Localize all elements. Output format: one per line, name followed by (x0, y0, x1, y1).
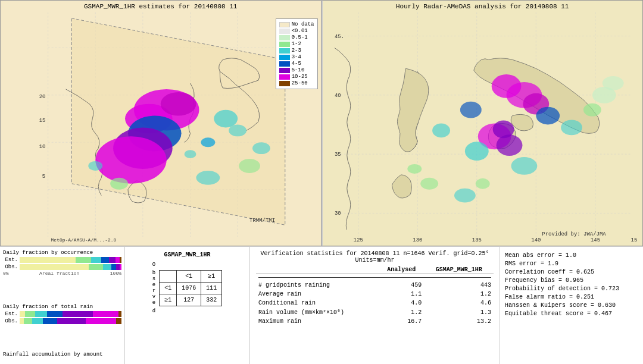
contingency-table-wrapper: O b s e r v e d <1 ≥1 (152, 262, 222, 314)
seg6 (116, 257, 120, 263)
cont-row-lt1: <1 1076 111 (160, 282, 222, 294)
verif-gsmap-4: 13.2 (424, 317, 494, 326)
totalrain-chart-section: Daily fraction of total rain Est. (3, 304, 121, 324)
verif-panel: Verification statistics for 20140808 11 … (250, 247, 500, 364)
seg1 (20, 264, 89, 270)
observed-b: b (152, 270, 155, 276)
occurrence-obs-bar (20, 264, 121, 270)
contingency-title: GSMAP_MWR_1HR (164, 252, 210, 258)
contingency-panel: GSMAP_MWR_1HR O b s e r v e d (125, 247, 250, 364)
svg-point-103 (602, 76, 623, 90)
verif-label-4: Maximum rain (256, 317, 379, 326)
svg-text:135: 135 (472, 237, 481, 243)
occurrence-bar-chart: Est. Obs. (3, 257, 121, 270)
occurrence-chart-section: Daily fraction by occurrence Est. (3, 250, 121, 276)
observed-e: e (152, 282, 155, 288)
cont-col-lt1: <1 (177, 270, 201, 282)
svg-point-71 (252, 142, 270, 154)
legend-12-color (279, 42, 290, 47)
verif-gsmap-3: 1.3 (424, 307, 494, 317)
contingency-table-container: <1 ≥1 <1 1076 111 ≥1 (159, 270, 222, 306)
verif-gsmap-1: 1.2 (424, 290, 494, 299)
seg2 (25, 311, 35, 317)
seg2 (89, 264, 103, 270)
stat-mean-abs: Mean abs error = 1.0 (505, 252, 638, 259)
svg-text:5: 5 (42, 174, 45, 180)
legend-34-label: 3-4 (292, 54, 301, 60)
legend-1025-label: 10-25 (292, 74, 308, 80)
occurrence-est-bar (20, 257, 121, 263)
main-container: GSMAP_MWR_1HR estimates for 20140808 11 (0, 0, 643, 364)
verif-col-label (256, 266, 379, 274)
legend-510-label: 5-10 (292, 67, 305, 73)
svg-point-97 (464, 142, 488, 161)
seg2 (76, 257, 91, 263)
seg1 (20, 311, 25, 317)
totalrain-bar-chart: Est. Obs. (3, 311, 121, 324)
cont-row-ge1-label: ≥1 (160, 294, 177, 306)
svg-text:30: 30 (334, 211, 341, 216)
verif-row-2: Conditional rain 4.0 4.6 (256, 299, 494, 307)
svg-point-105 (420, 178, 438, 190)
svg-text:145: 145 (590, 237, 600, 243)
occurrence-est-row: Est. (3, 257, 121, 263)
bottom-row: Daily fraction by occurrence Est. (0, 247, 643, 364)
verif-row-4: Maximum rain 16.7 13.2 (256, 317, 494, 326)
cont-val-lt1-lt1: 1076 (177, 282, 201, 294)
svg-text:140: 140 (531, 237, 541, 243)
legend-051-label: 0.5-1 (292, 34, 308, 40)
legend-45-label: 4-5 (292, 61, 301, 67)
verif-analysed-1: 1.1 (379, 290, 424, 299)
svg-point-98 (432, 123, 450, 137)
stat-equitable: Equitable threat score = 0.467 (505, 310, 638, 317)
verif-gsmap-2: 4.6 (424, 299, 494, 307)
svg-text:15: 15 (630, 237, 637, 243)
svg-text:125: 125 (353, 237, 363, 243)
cont-val-ge1-ge1: 332 (201, 294, 222, 306)
right-map-title: Hourly Radar-AMeDAS analysis for 2014080… (323, 3, 643, 10)
left-map-panel: GSMAP_MWR_1HR estimates for 20140808 11 (0, 0, 322, 246)
totalrain-obs-bar (20, 318, 121, 324)
cont-row-ge1: ≥1 127 332 (160, 294, 222, 306)
left-map-title: GSMAP_MWR_1HR estimates for 20140808 11 (1, 3, 321, 10)
seg7 (116, 318, 121, 324)
seg5 (109, 257, 115, 263)
verif-label-3: Rain volume (mm×km²×10⁶) (256, 307, 379, 317)
seg4 (101, 257, 110, 263)
accumulation-chart-title: Rainfall accumulation by amount (3, 352, 121, 357)
svg-point-107 (475, 178, 489, 189)
seg1 (20, 257, 76, 263)
svg-text:20: 20 (39, 94, 46, 100)
legend-001-color (279, 29, 290, 34)
svg-text:130: 130 (413, 237, 422, 243)
svg-point-94 (492, 121, 514, 139)
right-map-panel: Hourly Radar-AMeDAS analysis for 2014080… (322, 0, 644, 246)
svg-point-101 (583, 103, 601, 117)
seg7 (118, 311, 121, 317)
totalrain-est-label: Est. (3, 311, 18, 317)
occurrence-axis-labels: 0% Areal fraction 100% (3, 271, 121, 276)
svg-point-95 (536, 107, 560, 125)
verif-col-analysed: Analysed (379, 266, 424, 274)
seg6 (93, 311, 118, 317)
seg6 (120, 264, 121, 270)
stat-freq-bias: Frequency bias = 0.965 (505, 277, 638, 284)
verif-row-1: Average rain 1.1 1.2 (256, 290, 494, 299)
svg-point-69 (88, 161, 102, 171)
observed-d: d (152, 308, 155, 314)
svg-point-93 (496, 134, 522, 156)
svg-point-70 (239, 159, 260, 173)
legend-510-color (279, 68, 290, 73)
legend-1025-color (279, 74, 290, 80)
totalrain-obs-label: Obs. (3, 318, 18, 324)
seg6 (86, 318, 116, 324)
verif-row-3: Rain volume (mm×km²×10⁶) 1.2 1.3 (256, 307, 494, 317)
maps-row: GSMAP_MWR_1HR estimates for 20140808 11 (0, 0, 643, 247)
legend-2550-label: 25-50 (292, 80, 308, 86)
verif-col-gsmap: GSMAP_MWR_1HR (424, 266, 494, 274)
svg-text:45.: 45. (334, 34, 344, 40)
seg4 (47, 311, 63, 317)
cont-col-ge1: ≥1 (201, 270, 222, 282)
legend-23-color (279, 48, 290, 54)
svg-point-64 (229, 124, 246, 136)
